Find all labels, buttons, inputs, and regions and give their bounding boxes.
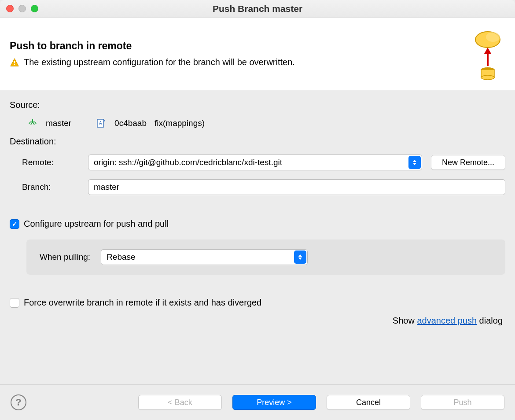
help-button[interactable]: ? [11,394,26,410]
commit-icon: A [96,118,107,129]
source-branch: master [46,118,71,128]
configure-upstream-checkbox[interactable] [10,219,19,229]
branch-label: Branch: [22,182,79,192]
titlebar: Push Branch master [0,0,515,18]
dialog-footer: ? < Back Preview > Cancel Push [0,384,515,420]
remote-label: Remote: [22,158,79,167]
dialog-warning-text: The existing upstream configuration for … [24,57,295,67]
advanced-prefix: Show [393,316,417,325]
dialog-title: Push to branch in remote [10,40,470,52]
pull-strategy-value: Rebase [107,252,136,262]
force-overwrite-row[interactable]: Force overwrite branch in remote if it e… [10,298,505,308]
dialog-content: Source: master A 0c4baab fix(mappings) D… [0,90,515,384]
configure-upstream-label: Configure upstream for push and pull [24,219,169,229]
source-label: Source: [10,100,505,110]
remote-select[interactable]: origin: ssh://git@github.com/cedricblanc… [88,155,422,170]
upstream-panel: When pulling: Rebase [26,239,505,275]
branch-input[interactable] [88,179,505,195]
branch-icon [27,118,38,129]
dialog-header: Push to branch in remote The existing up… [0,18,515,90]
warning-icon [10,58,19,67]
destination-label: Destination: [10,136,505,147]
pull-strategy-select[interactable]: Rebase [101,249,308,265]
dropdown-arrow-icon [408,156,421,169]
configure-upstream-row[interactable]: Configure upstream for push and pull [10,219,505,229]
svg-rect-0 [14,61,15,63]
back-button[interactable]: < Back [138,395,222,410]
preview-button[interactable]: Preview > [232,395,316,410]
source-row: master A 0c4baab fix(mappings) [27,118,505,129]
advanced-push-row: Show advanced push dialog [10,316,505,326]
svg-point-3 [486,32,500,42]
source-commit-hash: 0c4baab [114,118,147,128]
push-graphic [470,27,505,80]
dialog-window: Push Branch master Push to branch in rem… [0,0,515,420]
svg-rect-1 [14,64,15,65]
new-remote-button[interactable]: New Remote... [431,155,505,170]
remote-select-value: origin: ssh://git@github.com/cedricblanc… [94,158,282,167]
advanced-push-link[interactable]: advanced push [417,316,477,325]
svg-point-7 [481,75,494,80]
force-overwrite-label: Force overwrite branch in remote if it e… [24,298,261,308]
when-pulling-label: When pulling: [40,252,90,262]
advanced-suffix: dialog [477,316,503,325]
dropdown-arrow-icon [294,251,306,264]
svg-text:A: A [99,121,102,125]
window-title: Push Branch master [0,4,515,14]
force-overwrite-checkbox[interactable] [10,298,19,308]
push-button[interactable]: Push [421,395,504,410]
cancel-button[interactable]: Cancel [327,395,410,410]
source-commit-msg: fix(mappings) [154,118,205,128]
